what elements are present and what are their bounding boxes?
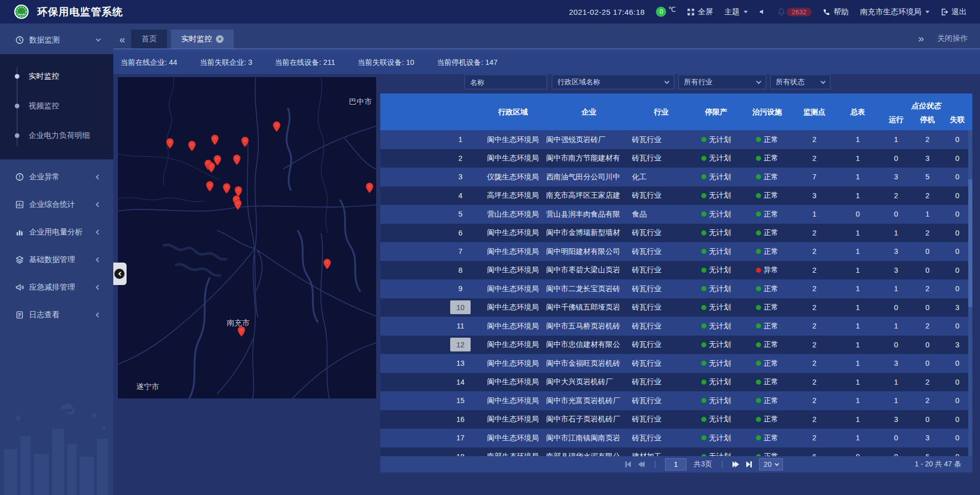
mute-button[interactable] (759, 8, 766, 15)
map-pin-icon[interactable] (206, 181, 214, 192)
table-row[interactable]: 16阆中生态环境局阆中市石子页岩机砖厂砖瓦行业无计划正常21300 (380, 410, 972, 429)
region-filter-select[interactable]: 行政区域名称 (552, 75, 674, 89)
sidebar-item-base-data[interactable]: 基础数据管理 (0, 249, 113, 270)
table-row[interactable]: 12阆中生态环境局阆中市忠信建材有限公砖瓦行业无计划正常21003 (380, 336, 972, 355)
theme-dropdown[interactable]: 主题 (724, 7, 748, 17)
cell-running: 0 (879, 434, 913, 442)
cell-monitor-points: 2 (793, 415, 836, 423)
prev-page-button[interactable] (638, 461, 645, 467)
table-row[interactable]: 9阆中生态环境局阆中市二龙长宝页岩砖砖瓦行业无计划正常21120 (380, 279, 972, 298)
tabs-scroll-right-button[interactable]: » (918, 33, 924, 44)
industry-filter-select[interactable]: 所有行业 (678, 75, 766, 89)
cell-index: 11 (380, 322, 480, 330)
cell-production-status: 无计划 (691, 452, 742, 456)
map-pin-icon[interactable] (365, 182, 374, 194)
page-size-select[interactable]: 20 (759, 458, 783, 470)
row-index: 18 (450, 453, 471, 456)
map-pin-icon[interactable] (241, 136, 249, 148)
row-index: 2 (450, 154, 471, 162)
table-row[interactable]: 11阆中生态环境局阆中市五马桥页岩机砖砖瓦行业无计划正常21120 (380, 317, 972, 336)
map-pin-icon[interactable] (223, 183, 231, 194)
table-row[interactable]: 3仪陇生态环境局西南油气田分公司川中化工无计划正常71350 (380, 168, 972, 186)
cell-region: 阆中生态环境局 (480, 396, 546, 406)
cell-company: 西南油气田分公司川中 (546, 172, 632, 182)
table-row[interactable]: 8阆中生态环境局阆中市枣碧大梁山页岩砖瓦行业无计划异常21300 (380, 261, 972, 280)
cell-industry: 砖瓦行业 (632, 321, 691, 331)
chevron-left-icon (96, 257, 101, 262)
close-operations-button[interactable]: 关闭操作 (937, 34, 968, 43)
status-dot-red (756, 268, 761, 273)
sidebar-item-data-monitor[interactable]: 数据监测 (0, 30, 113, 50)
map-panel[interactable]: 巴中市南充市遂宁市 (118, 77, 376, 398)
cell-stopped: 1 (913, 210, 942, 218)
app-title: 环保用电监管系统 (37, 5, 123, 19)
map-pin-icon[interactable] (188, 140, 196, 152)
cell-running: 0 (879, 341, 913, 349)
last-page-button[interactable] (746, 461, 752, 467)
status-dot-green (701, 174, 706, 179)
cell-facility-status: 正常 (742, 433, 793, 443)
col-industry: 行业 (632, 93, 691, 130)
table-row[interactable]: 10阆中生态环境局阆中千佛镇五郎垭页岩砖瓦行业无计划正常21003 (380, 298, 972, 317)
sidebar-item-emergency-reduction[interactable]: 应急减排管理 (0, 277, 113, 297)
name-filter-field[interactable] (464, 75, 547, 89)
sidebar-item-log-view[interactable]: 日志查看 (0, 304, 113, 325)
logout-icon (941, 8, 948, 16)
cell-monitor-points: 2 (793, 434, 836, 442)
sidebar-subitem-realtime-monitor[interactable]: 实时监控 (0, 61, 113, 91)
timeline-dot-icon (15, 104, 19, 108)
status-dot-green (701, 286, 706, 291)
table-row[interactable]: 13阆中生态环境局阆中市金福旺页岩机砖砖瓦行业无计划正常21300 (380, 354, 972, 373)
map-pin-icon[interactable] (211, 134, 219, 146)
table-row[interactable]: 18南部生态环境局南部县砚华水泥有限公建材加工无计划正常60060 (380, 447, 972, 457)
table-row[interactable]: 14阆中生态环境局阆中大兴页岩机砖厂砖瓦行业无计划正常21120 (380, 373, 972, 392)
help-button[interactable]: 帮助 (823, 7, 849, 17)
notifications[interactable]: 2632 (777, 8, 812, 16)
sidebar-item-enterprise-stats[interactable]: 企业综合统计 (0, 194, 113, 215)
table-row[interactable]: 1阆中生态环境局阆中强锐页岩砖厂砖瓦行业无计划正常21120 (380, 130, 972, 149)
tabs-scroll-left-button[interactable]: « (113, 30, 131, 49)
page-number-input[interactable] (665, 458, 687, 470)
sidebar-item-enterprise-abnormal[interactable]: 企业异常 (0, 167, 113, 187)
cell-stopped: 2 (913, 378, 942, 386)
tab-close-icon[interactable]: × (216, 35, 224, 43)
table-row[interactable]: 17阆中生态环境局阆中市江南镇阆南页岩砖瓦行业无计划正常21030 (380, 429, 972, 447)
sidebar-collapse-button[interactable] (113, 263, 127, 285)
table-row[interactable]: 6阆中生态环境局阆中市金博瑞新型墙材砖瓦行业无计划正常21120 (380, 224, 972, 243)
row-index-highlight: 12 (450, 338, 471, 351)
table-scrollbar[interactable] (968, 130, 972, 456)
cell-industry: 砖瓦行业 (632, 414, 691, 424)
map-pin-icon[interactable] (166, 138, 174, 149)
stat-item: 当前失联企业: 3 (200, 58, 252, 67)
sidebar-subitem-video-monitor[interactable]: 视频监控 (0, 91, 113, 121)
map-pin-icon[interactable] (273, 121, 281, 132)
cell-production-status: 无计划 (691, 265, 742, 275)
tab-realtime-monitor[interactable]: 实时监控× (171, 30, 234, 49)
table-row[interactable]: 5营山生态环境局营山县润丰肉食品有限食品无计划正常10010 (380, 205, 972, 224)
first-page-button[interactable] (625, 461, 631, 467)
next-page-button[interactable] (732, 461, 739, 467)
cell-monitor-points: 2 (793, 285, 836, 293)
map-pin-icon[interactable] (234, 199, 242, 210)
cell-index: 16 (380, 415, 480, 423)
tab-home[interactable]: 首页 (131, 30, 167, 49)
table-row[interactable]: 15阆中生态环境局阆中市光富页岩机砖厂砖瓦行业无计划正常21120 (380, 391, 972, 410)
row-index: 3 (450, 173, 471, 181)
name-filter-input[interactable] (470, 78, 542, 86)
chart-icon (15, 228, 24, 237)
sidebar-item-label: 基础数据管理 (29, 255, 96, 265)
table-row[interactable]: 7阆中生态环境局阆中明阳建材有限公司砖瓦行业无计划正常21300 (380, 242, 972, 261)
sidebar-item-power-analysis[interactable]: 企业用电量分析 (0, 222, 113, 242)
table-row[interactable]: 4高坪生态环境局南充市高坪区王家店建砖瓦行业无计划正常31220 (380, 186, 972, 205)
fullscreen-button[interactable]: 全屏 (687, 7, 713, 17)
map-pin-icon[interactable] (233, 154, 241, 166)
logout-button[interactable]: 退出 (941, 7, 967, 17)
sidebar-subitem-power-load-detail[interactable]: 企业电力负荷明细 (0, 121, 113, 150)
scrollbar-thumb[interactable] (968, 179, 972, 307)
status-filter-select[interactable]: 所有状态 (770, 75, 830, 89)
map-pin-icon[interactable] (323, 258, 331, 270)
user-dropdown[interactable]: 南充市生态环境局 (860, 7, 929, 17)
table-row[interactable]: 2阆中生态环境局阆中市南方节能建材有砖瓦行业无计划正常21030 (380, 149, 972, 168)
cell-industry: 砖瓦行业 (632, 284, 691, 294)
map-pin-icon[interactable] (213, 155, 222, 166)
